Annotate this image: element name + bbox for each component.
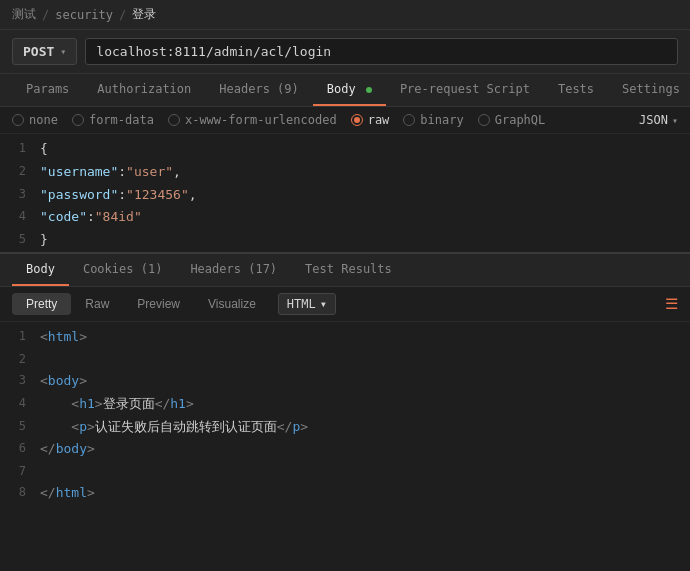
resp-line-5: 5 <p>认证失败后自动跳转到认证页面</p> bbox=[0, 416, 690, 439]
resp-line-1: 1 <html> bbox=[0, 326, 690, 349]
html-chevron-icon: ▾ bbox=[320, 297, 327, 311]
tab-params[interactable]: Params bbox=[12, 74, 83, 106]
format-chevron-icon: ▾ bbox=[672, 115, 678, 126]
body-dot bbox=[366, 87, 372, 93]
fmt-pretty[interactable]: Pretty bbox=[12, 293, 71, 315]
bodytype-binary[interactable]: binary bbox=[403, 113, 463, 127]
breadcrumb-sep-2: / bbox=[119, 8, 126, 22]
tab-settings[interactable]: Settings bbox=[608, 74, 690, 106]
html-format-dropdown[interactable]: HTML ▾ bbox=[278, 293, 336, 315]
format-label: JSON bbox=[639, 113, 668, 127]
radio-formdata bbox=[72, 114, 84, 126]
tab-tests[interactable]: Tests bbox=[544, 74, 608, 106]
tab-headers[interactable]: Headers (9) bbox=[205, 74, 312, 106]
bodytype-graphql[interactable]: GraphQL bbox=[478, 113, 546, 127]
radio-binary bbox=[403, 114, 415, 126]
resp-line-7: 7 bbox=[0, 461, 690, 482]
breadcrumb: 测试 / security / 登录 bbox=[0, 0, 690, 30]
resp-tab-cookies[interactable]: Cookies (1) bbox=[69, 254, 176, 286]
response-format-bar: Pretty Raw Preview Visualize HTML ▾ ☰ bbox=[0, 287, 690, 322]
method-select[interactable]: POST ▾ bbox=[12, 38, 77, 65]
html-format-label: HTML bbox=[287, 297, 316, 311]
resp-line-2: 2 bbox=[0, 349, 690, 370]
response-body-viewer: 1 <html> 2 3 <body> 4 <h1>登录页面</h1> 5 <p… bbox=[0, 322, 690, 522]
tab-prerequest[interactable]: Pre-request Script bbox=[386, 74, 544, 106]
resp-tab-body[interactable]: Body bbox=[12, 254, 69, 286]
tab-body[interactable]: Body bbox=[313, 74, 386, 106]
breadcrumb-item-login: 登录 bbox=[132, 6, 156, 23]
breadcrumb-sep-1: / bbox=[42, 8, 49, 22]
resp-tab-headers[interactable]: Headers (17) bbox=[176, 254, 291, 286]
format-dropdown[interactable]: JSON ▾ bbox=[639, 113, 678, 127]
bodytype-urlencoded[interactable]: x-www-form-urlencoded bbox=[168, 113, 337, 127]
radio-urlencoded bbox=[168, 114, 180, 126]
code-line-2: 2 "username":"user", bbox=[0, 161, 690, 184]
code-line-4: 4 "code":"84id" bbox=[0, 206, 690, 229]
breadcrumb-item-security[interactable]: security bbox=[55, 8, 113, 22]
url-input[interactable] bbox=[85, 38, 678, 65]
fmt-visualize[interactable]: Visualize bbox=[194, 293, 270, 315]
resp-line-3: 3 <body> bbox=[0, 370, 690, 393]
code-line-5: 5 } bbox=[0, 229, 690, 252]
request-body-editor[interactable]: 1 { 2 "username":"user", 3 "password":"1… bbox=[0, 134, 690, 254]
response-tabs: Body Cookies (1) Headers (17) Test Resul… bbox=[0, 254, 690, 287]
method-label: POST bbox=[23, 44, 54, 59]
word-wrap-icon[interactable]: ☰ bbox=[665, 295, 678, 313]
resp-line-6: 6 </body> bbox=[0, 438, 690, 461]
url-bar: POST ▾ bbox=[0, 30, 690, 74]
bodytype-formdata[interactable]: form-data bbox=[72, 113, 154, 127]
body-type-bar: none form-data x-www-form-urlencoded raw… bbox=[0, 107, 690, 134]
request-tabs: Params Authorization Headers (9) Body Pr… bbox=[0, 74, 690, 107]
bodytype-none[interactable]: none bbox=[12, 113, 58, 127]
fmt-preview[interactable]: Preview bbox=[123, 293, 194, 315]
radio-graphql bbox=[478, 114, 490, 126]
fmt-raw[interactable]: Raw bbox=[71, 293, 123, 315]
tab-authorization[interactable]: Authorization bbox=[83, 74, 205, 106]
code-line-3: 3 "password":"123456", bbox=[0, 184, 690, 207]
breadcrumb-item-tests[interactable]: 测试 bbox=[12, 6, 36, 23]
resp-line-4: 4 <h1>登录页面</h1> bbox=[0, 393, 690, 416]
chevron-down-icon: ▾ bbox=[60, 46, 66, 57]
resp-line-8: 8 </html> bbox=[0, 482, 690, 505]
resp-tab-testresults[interactable]: Test Results bbox=[291, 254, 406, 286]
bodytype-raw[interactable]: raw bbox=[351, 113, 390, 127]
radio-none bbox=[12, 114, 24, 126]
radio-raw bbox=[351, 114, 363, 126]
code-line-1: 1 { bbox=[0, 138, 690, 161]
